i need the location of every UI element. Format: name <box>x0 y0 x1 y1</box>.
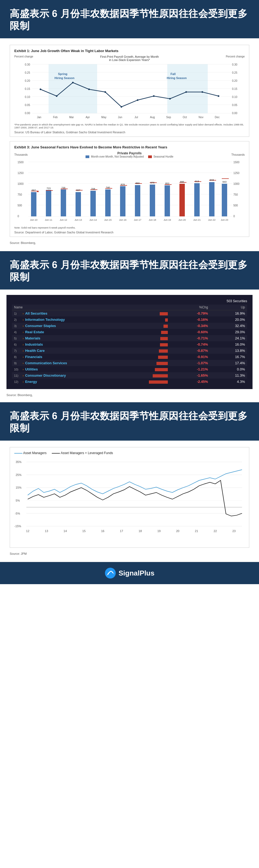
row-arrow: › <box>23 343 24 346</box>
svg-text:15: 15 <box>82 529 86 533</box>
row-arrow: › <box>23 374 24 377</box>
exhibit3-box: Exhibit 3: June Seasonal Factors Have Ev… <box>10 141 249 237</box>
row-num: 2) <box>12 316 21 323</box>
svg-text:1500: 1500 <box>233 161 239 164</box>
mini-bar <box>165 318 168 321</box>
mini-bar <box>153 374 168 377</box>
table-row: 7) › Health Care -0.87% 13.8% <box>12 347 247 354</box>
row-num: 7) <box>12 347 21 354</box>
mini-bar-cell <box>147 378 170 385</box>
main-title-1: 高盛表示 6 月份非农数据因季节性原因往往会受到更多限制 <box>10 7 249 32</box>
exhibit1-box: Exhibit 1: June Job Growth Often Weak in… <box>10 45 249 137</box>
row-arrow: › <box>23 337 24 340</box>
content-section-3: Asset Managers Asset Managers + Leverage… <box>0 441 259 562</box>
exhibit1-chart: 0.30 0.25 0.20 0.15 0.10 0.05 0.00 0.30 … <box>14 62 245 122</box>
row-arrow: › <box>23 355 24 359</box>
svg-text:Hiring Season: Hiring Season <box>167 76 187 80</box>
row-chg: -1.21% <box>170 366 210 372</box>
row-arrow: › <box>23 331 24 334</box>
col-chg-header <box>147 305 170 310</box>
row-up: 29.0% <box>210 329 247 335</box>
mini-bar <box>161 331 168 334</box>
svg-rect-99 <box>150 185 155 216</box>
svg-text:35%: 35% <box>15 460 22 464</box>
bar-jun10-nsa <box>31 192 36 216</box>
svg-text:0.15: 0.15 <box>25 87 30 90</box>
svg-text:750: 750 <box>18 193 22 196</box>
table-row: 3) › Consumer Staples -0.34% 32.4% <box>12 323 247 329</box>
mini-bar <box>155 368 168 371</box>
row-num: 1) <box>12 310 21 317</box>
svg-text:17: 17 <box>120 529 123 533</box>
row-up: 24.1% <box>210 335 247 341</box>
row-num: 5) <box>12 335 21 341</box>
svg-point-36 <box>185 91 187 93</box>
row-up: 16.7% <box>210 354 247 360</box>
row-name: › Materials <box>21 335 147 341</box>
source-bloomberg-2: Source: Bloomberg, <box>6 393 253 397</box>
svg-text:0.25: 0.25 <box>25 71 30 74</box>
row-up: 13.8% <box>210 347 247 354</box>
legend-asset-mgr: Asset Managers <box>14 451 46 455</box>
svg-text:16: 16 <box>101 529 104 533</box>
row-up: 4.3% <box>210 378 247 385</box>
row-name: › All Securities <box>21 310 147 317</box>
svg-text:Sep: Sep <box>166 116 171 119</box>
svg-point-27 <box>40 89 41 90</box>
row-chg: -0.74% <box>170 341 210 347</box>
svg-text:-5%: -5% <box>15 512 20 515</box>
security-name: Consumer Staples <box>25 324 56 328</box>
mini-bar <box>160 343 168 346</box>
mini-bar <box>149 380 168 384</box>
exhibit1-y-left: Percent change <box>14 55 33 58</box>
table-row: 11) › Consumer Discretionary -1.65% 11.3… <box>12 372 247 378</box>
svg-text:Jun: Jun <box>118 116 122 119</box>
row-chg: -1.07% <box>170 360 210 366</box>
row-name: › Financials <box>21 354 147 360</box>
svg-text:Hiring Season: Hiring Season <box>55 76 74 80</box>
security-name: Communication Services <box>25 361 67 365</box>
svg-text:Jun-19: Jun-19 <box>163 219 171 221</box>
table-row: 6) › Industrials -0.74% 16.0% <box>12 341 247 347</box>
footer-logo-text: SignalPlus <box>119 569 155 578</box>
svg-text:Jun-14: Jun-14 <box>89 219 97 221</box>
row-arrow: › <box>23 368 24 371</box>
col-pct-chg: %Chg <box>170 305 210 310</box>
svg-rect-24 <box>167 64 208 113</box>
svg-text:667: 667 <box>76 189 80 192</box>
row-up: 0.0% <box>210 366 247 372</box>
svg-text:Jun-16: Jun-16 <box>119 219 127 221</box>
securities-table-section: 503 Securities Name %Chg Up 1) › All Sec… <box>6 295 253 389</box>
row-chg: -1.65% <box>170 372 210 378</box>
svg-text:Oct: Oct <box>183 116 187 119</box>
svg-text:500: 500 <box>233 204 238 207</box>
svg-text:1000: 1000 <box>18 182 24 185</box>
svg-rect-119 <box>222 184 227 216</box>
row-num: 6) <box>12 341 21 347</box>
position-chart-svg: 35% 25% 15% 5% -5% -15% 12 13 14 15 16 <box>14 457 245 544</box>
svg-text:25%: 25% <box>15 473 22 476</box>
exhibit3-svg: 1500 1250 1000 750 500 0 1500 1250 1000 … <box>14 159 245 224</box>
row-chg: -0.79% <box>170 310 210 317</box>
svg-text:740: 740 <box>106 186 110 189</box>
legend-asset-mgr-lev: Asset Managers + Leveraged Funds <box>52 451 113 455</box>
row-chg: -0.60% <box>170 329 210 335</box>
row-name: › Real Estate <box>21 329 147 335</box>
row-name: › Utilities <box>21 366 147 372</box>
table-row: 4) › Real Estate -0.60% 29.0% <box>12 329 247 335</box>
svg-text:Jun-18: Jun-18 <box>149 219 156 221</box>
exhibit1-subtitle: First-Print Payroll Growth, Average by M… <box>100 55 159 62</box>
row-arrow: › <box>23 324 24 328</box>
securities-table: Name %Chg Up 1) › All Securities -0.79% … <box>12 305 247 385</box>
source-bloomberg-1: Source: Bloomberg, <box>10 241 249 244</box>
svg-text:0.05: 0.05 <box>25 103 30 106</box>
mini-bar-cell <box>147 366 170 372</box>
securities-header: 503 Securities <box>12 299 247 303</box>
mini-bar-cell <box>147 310 170 317</box>
row-num: 3) <box>12 323 21 329</box>
exhibit1-y-right: Percent change <box>226 55 245 58</box>
row-arrow: › <box>23 380 24 383</box>
svg-text:Dec: Dec <box>215 116 220 119</box>
svg-text:500: 500 <box>18 204 22 207</box>
row-name: › Health Care <box>21 347 147 354</box>
